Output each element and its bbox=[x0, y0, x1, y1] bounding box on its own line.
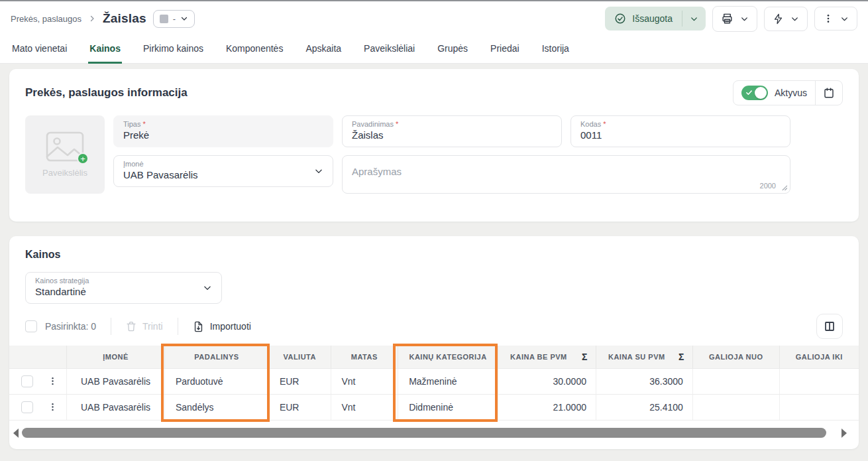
imone-select-field[interactable]: Įmonė UAB Pavasarėlis bbox=[113, 155, 333, 187]
col-header-kainu-kategorija[interactable]: KAINŲ KATEGORIJA bbox=[398, 346, 498, 368]
row-checkbox[interactable] bbox=[21, 375, 33, 387]
trash-icon bbox=[126, 321, 136, 332]
col-header-galioja-iki[interactable]: GALIOJA IKI bbox=[779, 346, 859, 368]
info-card-title: Prekės, paslaugos informacija bbox=[25, 86, 188, 99]
breadcrumb: Prekės, paslaugos Žaislas - bbox=[11, 10, 195, 28]
kebab-menu-icon bbox=[823, 13, 834, 24]
cell-kaina-su-pvm: 25.4100 bbox=[596, 394, 692, 420]
kodas-value: 0011 bbox=[580, 129, 781, 141]
delete-button[interactable]: Trinti bbox=[126, 321, 163, 332]
col-header-kaina-be-pvm[interactable]: KAINA BE PVMΣ bbox=[498, 346, 596, 368]
scroll-left-arrow[interactable] bbox=[13, 428, 19, 438]
tab-priedai[interactable]: Priedai bbox=[489, 36, 521, 64]
aprasymas-textarea[interactable]: Aprašymas 2000 bbox=[342, 155, 790, 194]
chevron-down-icon bbox=[690, 15, 698, 23]
col-header-padalinys[interactable]: PADALINYS bbox=[164, 346, 268, 368]
tab-pirkimo-kainos[interactable]: Pirkimo kainos bbox=[142, 36, 205, 64]
strategy-label: Kainos strategija bbox=[35, 277, 89, 285]
header-actions: Išsaugota bbox=[605, 6, 857, 32]
topbar: Prekės, paslaugos Žaislas - Išsaugota bbox=[0, 1, 868, 64]
print-dropdown-button[interactable] bbox=[712, 6, 757, 32]
table-row[interactable]: UAB Pavasarėlis Parduotuvė EUR Vnt Mažme… bbox=[9, 368, 859, 394]
divider bbox=[178, 318, 178, 335]
check-icon bbox=[745, 89, 753, 96]
scroll-right-arrow[interactable] bbox=[841, 428, 847, 438]
table-header-row: ĮMONĖ PADALINYS VALIUTA MATAS KAINŲ KATE… bbox=[9, 346, 859, 368]
label-color-dropdown[interactable]: - bbox=[153, 10, 195, 28]
kodas-field[interactable]: Kodas * 0011 bbox=[570, 115, 790, 147]
row-menu-icon[interactable] bbox=[48, 376, 58, 386]
more-options-dropdown-button[interactable] bbox=[814, 7, 857, 31]
price-strategy-select[interactable]: Kainos strategija Standartinė bbox=[25, 272, 222, 304]
tipas-value: Prekė bbox=[123, 129, 323, 141]
import-button[interactable]: Importuoti bbox=[193, 321, 251, 332]
select-all-checkbox[interactable] bbox=[25, 320, 37, 332]
active-status-control: Aktyvus bbox=[733, 80, 843, 105]
prices-card-title: Kainos bbox=[25, 236, 843, 272]
required-asterisk: * bbox=[396, 120, 398, 128]
pavadinimas-field[interactable]: Pavadinimas * Žaislas bbox=[342, 115, 562, 147]
scrollbar-thumb[interactable] bbox=[22, 428, 826, 438]
sum-sigma-icon[interactable]: Σ bbox=[678, 352, 684, 362]
tab-kainos[interactable]: Kainos bbox=[88, 36, 122, 64]
tab-mato-vienetai[interactable]: Mato vienetai bbox=[11, 36, 68, 64]
cell-valiuta: EUR bbox=[268, 368, 331, 394]
cell-padalinys: Parduotuvė bbox=[164, 368, 268, 394]
toggle-switch-on[interactable] bbox=[741, 86, 768, 100]
cell-galioja-nuo bbox=[692, 394, 779, 420]
strategy-value: Standartinė bbox=[35, 286, 212, 297]
image-placeholder-label: Paveikslėlis bbox=[42, 168, 87, 178]
col-header-matas[interactable]: MATAS bbox=[331, 346, 398, 368]
calendar-icon bbox=[823, 87, 835, 99]
scrollbar-track[interactable] bbox=[22, 428, 838, 438]
image-upload-placeholder[interactable]: + Paveikslėlis bbox=[25, 115, 105, 194]
required-asterisk: * bbox=[603, 120, 606, 128]
active-toggle-label: Aktyvus bbox=[775, 88, 807, 98]
cell-kainu-kategorija: Didmeninė bbox=[398, 394, 498, 420]
prices-card: Kainos Kainos strategija Standartinė Pas… bbox=[9, 236, 859, 449]
tab-komponentes[interactable]: Komponentės bbox=[225, 36, 284, 64]
saved-split-button: Išsaugota bbox=[605, 7, 706, 31]
tab-grupes[interactable]: Grupės bbox=[436, 36, 469, 64]
lightning-icon bbox=[773, 13, 784, 25]
char-counter: 2000 bbox=[760, 182, 776, 190]
tab-apskaita[interactable]: Apskaita bbox=[304, 36, 343, 64]
row-menu-icon[interactable] bbox=[48, 402, 58, 412]
cell-galioja-nuo bbox=[692, 368, 779, 394]
delete-label: Trinti bbox=[142, 321, 163, 332]
cell-kainu-kategorija: Mažmeninė bbox=[398, 368, 498, 394]
tab-bar: Mato vienetai Kainos Pirkimo kainos Komp… bbox=[0, 36, 868, 64]
aprasymas-placeholder: Aprašymas bbox=[352, 166, 402, 177]
col-header-kaina-su-pvm[interactable]: KAINA SU PVMΣ bbox=[596, 346, 692, 368]
col-header-valiuta[interactable]: VALIUTA bbox=[268, 346, 331, 368]
add-image-plus-icon[interactable]: + bbox=[77, 153, 89, 165]
toggle-knob bbox=[755, 87, 767, 99]
tab-istorija[interactable]: Istorija bbox=[541, 36, 570, 64]
col-header-galioja-nuo[interactable]: GALIOJA NUO bbox=[692, 346, 779, 368]
cell-kaina-su-pvm: 36.3000 bbox=[596, 368, 692, 394]
imone-value: UAB Pavasarėlis bbox=[123, 169, 323, 180]
sum-sigma-icon[interactable]: Σ bbox=[582, 352, 588, 362]
horizontal-scrollbar bbox=[13, 428, 847, 438]
cell-padalinys: Sandėlys bbox=[164, 394, 268, 420]
resize-handle-icon[interactable] bbox=[781, 184, 787, 190]
tab-paveiksleliai[interactable]: Paveikslėliai bbox=[362, 36, 416, 64]
import-label: Importuoti bbox=[210, 321, 251, 332]
cell-galioja-iki bbox=[779, 394, 859, 420]
kodas-label: Kodas bbox=[580, 120, 601, 128]
columns-icon bbox=[824, 320, 836, 332]
cell-imone: UAB Pavasarėlis bbox=[67, 394, 165, 420]
chevron-down-icon bbox=[790, 15, 799, 23]
active-toggle[interactable]: Aktyvus bbox=[733, 81, 815, 105]
actions-dropdown-button[interactable] bbox=[764, 7, 808, 31]
product-info-card: Prekės, paslaugos informacija Aktyvus bbox=[9, 69, 859, 222]
col-header-imone[interactable]: ĮMONĖ bbox=[67, 346, 165, 368]
column-settings-button[interactable] bbox=[816, 314, 843, 339]
printer-icon bbox=[721, 13, 733, 25]
saved-button[interactable]: Išsaugota bbox=[605, 7, 682, 31]
breadcrumb-parent-link[interactable]: Prekės, paslaugos bbox=[11, 14, 81, 24]
save-options-dropdown[interactable] bbox=[682, 7, 706, 31]
row-checkbox[interactable] bbox=[21, 401, 33, 413]
table-row[interactable]: UAB Pavasarėlis Sandėlys EUR Vnt Didmeni… bbox=[9, 394, 859, 420]
schedule-calendar-button[interactable] bbox=[816, 81, 842, 105]
